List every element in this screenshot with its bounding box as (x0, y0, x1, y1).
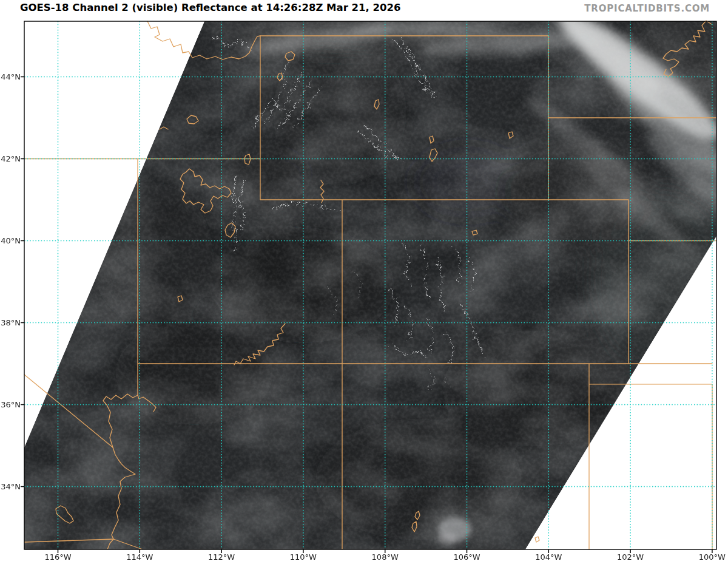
satellite-map (0, 0, 728, 564)
lon-tick-label: 116°W (39, 552, 78, 562)
satellite-swath (24, 0, 728, 549)
lat-tick-label: 36°N (0, 400, 21, 410)
lat-tick-label: 44°N (0, 72, 21, 82)
lat-tick-label: 40°N (0, 236, 21, 246)
lon-tick-label: 110°W (284, 552, 323, 562)
lat-tick-label: 38°N (0, 318, 21, 328)
lon-tick-label: 100°W (693, 552, 728, 562)
satellite-map-figure: GOES-18 Channel 2 (visible) Reflectance … (0, 0, 728, 564)
lon-tick-label: 112°W (202, 552, 241, 562)
lon-tick-label: 102°W (611, 552, 650, 562)
lon-tick-label: 104°W (529, 552, 568, 562)
lon-tick-label: 114°W (120, 552, 159, 562)
lat-tick-label: 34°N (0, 482, 21, 492)
grain-texture (24, 21, 716, 549)
lon-tick-label: 108°W (366, 552, 405, 562)
lat-tick-label: 42°N (0, 154, 21, 164)
lon-tick-label: 106°W (448, 552, 487, 562)
